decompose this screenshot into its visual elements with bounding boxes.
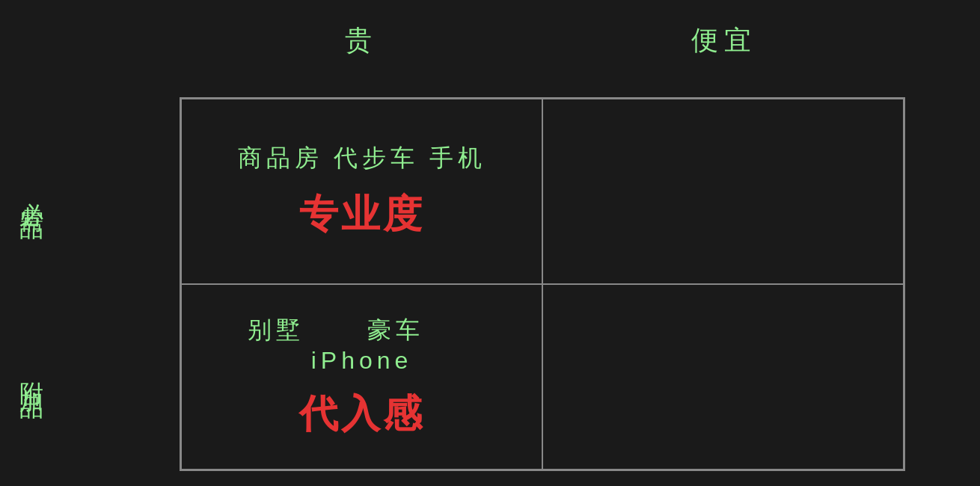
cell-top-left-label: 专业度 xyxy=(299,188,425,241)
bottom-left-item-iphone: iPhone xyxy=(311,347,413,374)
cell-top-left: 商品房 代步车 手机 专业度 xyxy=(181,99,542,284)
cell-bottom-left-label: 代入感 xyxy=(299,388,425,440)
bottom-left-item-villa: 别墅 xyxy=(248,316,304,343)
label-cheap: 便宜 xyxy=(542,22,905,59)
label-expensive: 贵 xyxy=(180,22,542,59)
label-necessity: 必需品 xyxy=(15,105,48,284)
cell-top-right xyxy=(542,99,904,284)
quadrant-grid: 商品房 代步车 手机 专业度 别墅 豪车 iPhone 代入感 xyxy=(180,97,905,471)
bottom-left-item-car: 豪车 xyxy=(367,316,424,343)
cell-bottom-left: 别墅 豪车 iPhone 代入感 xyxy=(181,284,542,470)
label-addon: 附加品 xyxy=(15,284,48,464)
cell-bottom-left-items: 别墅 豪车 iPhone xyxy=(197,314,527,375)
cell-bottom-right xyxy=(542,284,904,470)
cell-top-left-items: 商品房 代步车 手机 xyxy=(238,142,486,175)
